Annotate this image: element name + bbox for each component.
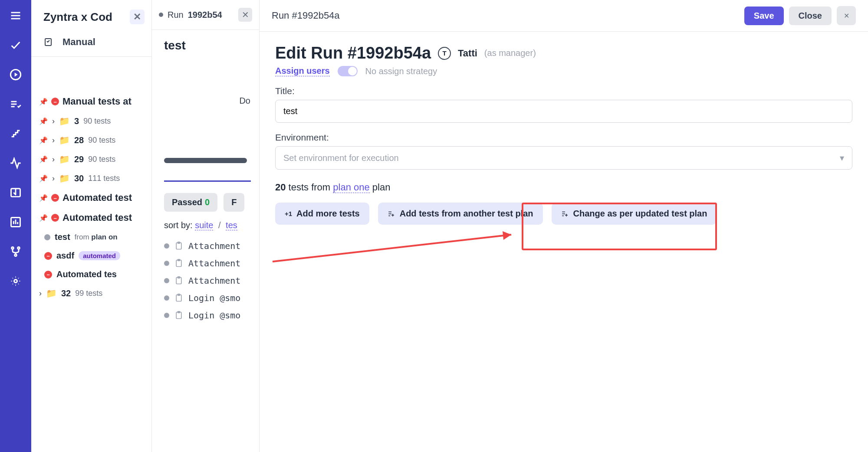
status-dot-icon [164,313,169,318]
list-plus-icon [388,210,395,218]
pin-icon: 📌 [39,174,48,183]
folder-icon: 📁 [59,173,70,183]
status-red-icon: – [51,214,59,222]
filter-failed[interactable]: F [224,193,244,212]
environment-select[interactable]: Set environment for execution ▾ [275,146,852,170]
settings-icon[interactable] [9,274,23,288]
close-project-icon[interactable]: ✕ [130,10,145,24]
status-red-icon: – [44,271,52,278]
menu-icon[interactable] [9,9,23,23]
list-check-icon[interactable] [9,97,23,111]
list-plus-icon [561,210,569,218]
status-dot-icon [164,278,169,283]
check-icon[interactable] [9,38,23,52]
assign-toggle[interactable] [338,66,358,76]
group-automated[interactable]: 📌 – Automated test [31,208,151,228]
svg-line-38 [273,235,511,262]
status-dot-icon [164,261,169,266]
close-tab-icon[interactable]: ✕ [238,8,252,22]
group-manual[interactable]: 📌 – Manual tests at [31,92,151,111]
status-red-icon: – [44,252,52,260]
test-item[interactable]: Attachment [164,272,259,289]
pin-icon: 📌 [39,214,48,222]
title-input[interactable] [275,100,852,123]
folder-row[interactable]: 📌›📁390 tests [31,111,151,131]
import-icon[interactable] [9,186,23,200]
chevron-right-icon[interactable]: › [52,155,55,164]
pin-icon: 📌 [39,155,48,164]
run-item[interactable]: – Automated tes [31,265,151,284]
close-x-button[interactable]: ✕ [837,6,856,25]
run-tab[interactable]: Run 1992b54 ✕ [152,0,259,30]
manual-tab[interactable]: Manual [31,29,151,57]
project-title: Zyntra x Cod [43,10,112,24]
bar-chart-icon[interactable] [9,215,23,229]
test-list: Attachment Attachment Attachment Login @… [152,233,259,324]
svg-marker-4 [15,72,18,76]
folder-icon: 📁 [46,288,57,298]
status-red-icon: – [51,194,59,202]
run-detail-column: Run 1992b54 ✕ test Do Passed 0 F sort by… [152,0,260,452]
pin-icon: 📌 [39,136,48,144]
pin-icon: 📌 [39,194,48,202]
run-item[interactable]: – asdf automated [31,246,151,265]
save-button[interactable]: Save [744,7,784,25]
status-red-icon: – [51,98,59,105]
sort-row: sort by: suite / tes [152,218,259,233]
change-per-updated-plan-button[interactable]: Change as per updated test plan [552,203,717,225]
folder-icon: 📁 [59,154,70,164]
chevron-right-icon[interactable]: › [52,117,55,126]
group-automated[interactable]: 📌 – Automated test [31,188,151,208]
pin-icon: 📌 [39,117,48,125]
add-from-another-plan-button[interactable]: Add tests from another test plan [378,203,543,225]
avatar: T [438,47,451,60]
run-title: test [152,30,259,61]
username: Tatti [458,48,477,59]
activity-icon[interactable] [9,156,23,170]
folder-icon: 📁 [59,116,70,126]
progress-bar [164,158,247,163]
play-circle-icon[interactable] [9,68,23,82]
plan-link[interactable]: plan one [333,182,369,193]
tests-from: 20 tests from plan one plan [275,182,852,193]
folder-row[interactable]: 📌›📁2890 tests [31,131,151,150]
plus-one-icon: +1 [285,210,292,217]
title-label: Title: [275,86,852,96]
test-item[interactable]: Login @smo [164,289,259,307]
breadcrumb: Run #1992b54a [272,10,340,21]
assign-users-link[interactable]: Assign users [275,66,330,76]
vertical-nav [0,0,31,452]
do-label: Do [152,61,259,106]
stairs-icon[interactable] [9,127,23,141]
sort-test-link[interactable]: tes [226,220,237,230]
svg-point-14 [18,247,20,249]
automated-badge: automated [79,251,120,260]
chevron-down-icon: ▾ [840,153,844,163]
close-button[interactable]: Close [789,7,832,25]
chevron-right-icon[interactable]: › [39,289,42,298]
sort-suite-link[interactable]: suite [195,220,213,230]
status-dot-icon [164,243,169,249]
filter-passed[interactable]: Passed 0 [164,193,217,212]
folder-row[interactable]: ›📁3299 tests [31,284,151,303]
folder-icon: 📁 [59,135,70,145]
svg-point-13 [12,247,14,249]
folder-row[interactable]: 📌›📁30111 tests [31,169,151,188]
test-item[interactable]: Login @smo [164,307,259,324]
run-item[interactable]: test from plan on [31,228,151,246]
chevron-right-icon[interactable]: › [52,174,55,183]
user-role: (as manager) [484,48,536,58]
folder-row[interactable]: 📌›📁2990 tests [31,150,151,169]
chevron-right-icon[interactable]: › [52,136,55,145]
add-more-tests-button[interactable]: +1 Add more tests [275,203,369,225]
sidebar: Zyntra x Cod ✕ Manual 📌 – Manual tests a… [31,0,152,452]
test-item[interactable]: Attachment [164,237,259,255]
page-title: Edit Run #1992b54a [275,44,431,62]
strategy-label: No assign strategy [365,66,437,76]
test-item[interactable]: Attachment [164,255,259,272]
branch-icon[interactable] [9,245,23,259]
svg-point-16 [14,280,17,283]
status-dot-icon [159,13,163,17]
environment-label: Environment: [275,132,852,143]
svg-marker-39 [503,231,511,240]
